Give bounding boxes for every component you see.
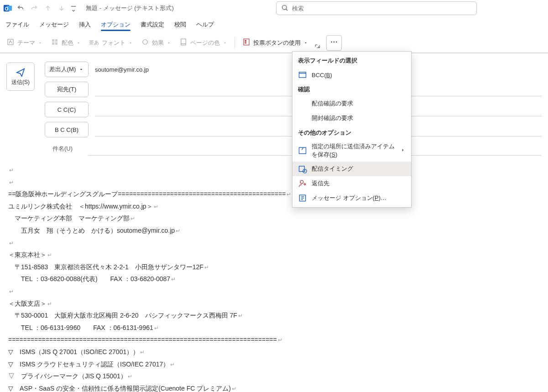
fonts-prefix: 亜あ [89,39,99,46]
more-options-button[interactable] [326,35,342,51]
next-item-button[interactable] [56,2,68,14]
title-bar: O 無題 - メッセージ (テキスト形式) [0,0,548,16]
body-line: ユミルリンク株式会社 ＜https://www.ymir.co.jp＞ [8,200,540,213]
page-color-label: ページの色 [190,39,220,47]
folder-icon [298,146,307,155]
body-line: 〒530-0001 大阪府大阪市北区梅田 2-6-20 パシフィックマークス西梅… [8,309,540,322]
chevron-down-icon [38,41,42,45]
send-button[interactable]: 送信(S) [6,63,35,91]
bcc-button[interactable]: B C C(B) [45,122,89,137]
cc-button[interactable]: C C(C) [45,102,89,117]
dd-read-label: 開封確認の要求 [312,114,406,122]
svg-rect-12 [245,40,246,41]
body-line: 〒151-8583 東京都渋谷区代々木 2-2-1 小田急サザンタワー12F [8,261,540,273]
calendar-clock-icon [298,164,307,173]
body-line: ＜大阪支店＞ [8,298,540,310]
dd-section-fields: 表示フィールドの選択 [292,53,411,68]
undo-button[interactable] [15,2,26,14]
dialog-launcher-icon[interactable] [314,44,321,50]
send-label: 送信(S) [11,78,30,86]
svg-text:O: O [5,6,9,11]
chevron-down-icon [76,41,81,45]
tab-help[interactable]: ヘルプ [193,19,218,31]
svg-rect-10 [181,39,186,45]
to-label: 宛先(T) [57,85,77,94]
body-line [8,237,540,249]
ribbon-tabs: ファイル メッセージ 挿入 オプション 書式設定 校閲 ヘルプ [0,16,548,33]
search-icon [281,4,288,13]
svg-rect-7 [52,42,54,45]
dd-delay-label: 配信タイミング [312,165,406,173]
body-line [8,285,540,298]
dd-msgopt-label: メッセージ オプション(P)… [312,194,406,202]
body-line: ▽ ISMS クラウドセキュリティ認証（ISO/IEC 27017） [8,358,540,371]
send-icon [16,68,26,78]
svg-rect-13 [245,42,246,43]
theme-button[interactable]: テーマ [3,36,46,50]
dd-item-message-options[interactable]: メッセージ オプション(P)… [292,191,411,205]
svg-point-15 [334,42,334,42]
body-line [8,176,540,188]
page-color-button[interactable]: ページの色 [176,36,231,50]
dd-section-confirm: 確認 [292,82,411,96]
svg-rect-5 [52,39,54,42]
tab-message[interactable]: メッセージ [36,19,73,31]
svg-point-3 [282,5,287,9]
to-button[interactable]: 宛先(T) [45,82,89,97]
svg-point-16 [336,42,337,42]
fonts-label: フォント [102,39,125,47]
vote-icon [242,38,251,47]
theme-label: テーマ [17,39,35,47]
dd-item-reply-to[interactable]: 返信先 [292,176,411,191]
from-button[interactable]: 差出人(M) [45,62,89,77]
voting-label: 投票ボタンの使用 [253,39,301,47]
dd-item-save-sent[interactable]: 指定の場所に送信済みアイテムを保存(S) [292,140,411,162]
search-box[interactable] [276,1,477,15]
dd-item-read-receipt[interactable]: 開封確認の要求 [292,111,411,125]
person-reply-icon [298,179,307,188]
dd-save-sent-label: 指定の場所に送信済みアイテムを保存(S) [312,142,396,159]
svg-point-14 [331,42,332,42]
tab-review[interactable]: 校閲 [171,19,190,31]
svg-point-9 [143,40,148,45]
dd-item-delivery-receipt[interactable]: 配信確認の要求 [292,96,411,111]
bcc-icon [298,70,307,79]
prev-item-button[interactable] [42,2,54,14]
colors-icon [51,38,59,47]
colors-button[interactable]: 配色 [47,36,84,50]
body-line: マーケティング本部 マーケティング部 [8,212,540,225]
dd-item-bcc[interactable]: BCC(B) [292,68,411,82]
body-line: 五月女 翔（そうとめ かける）soutome@ymir.co.jp [8,225,540,237]
colors-label: 配色 [62,39,73,47]
chevron-down-icon [78,67,84,72]
qat-customize-button[interactable] [69,2,78,14]
fonts-button[interactable]: 亜あ フォント [85,36,136,50]
chevron-down-icon [128,41,133,45]
ribbon: テーマ 配色 亜あ フォント 効果 ページの色 投票ボタンの使用 [0,33,548,53]
message-body[interactable]: ==阪急阪神ホールディングスグループ======================… [0,159,548,392]
tab-insert[interactable]: 挿入 [75,19,94,31]
tab-file[interactable]: ファイル [2,19,33,31]
outlook-icon: O [3,3,13,13]
svg-rect-8 [55,42,57,45]
page-color-icon [179,38,188,47]
cc-label: C C(C) [57,106,76,113]
chevron-down-icon [303,41,308,45]
from-label: 差出人(M) [49,65,76,73]
svg-rect-19 [299,166,305,172]
dd-section-other: その他のオプション [292,125,411,140]
separator [235,37,235,49]
body-line: ▽ プライバシーマーク（JIS Q 15001） [8,370,540,382]
subject-label: 件名(U) [45,145,80,153]
effects-button[interactable]: 効果 [137,36,175,50]
tab-options[interactable]: オプション [97,19,134,31]
voting-buttons[interactable]: 投票ボタンの使用 [239,36,312,50]
svg-rect-11 [244,39,249,45]
chevron-down-icon [167,41,171,45]
body-line: TEL ：03-6820-0088(代表) FAX ：03-6820-0087 [8,273,540,285]
search-input[interactable] [292,5,472,12]
svg-rect-17 [299,72,306,78]
tab-format[interactable]: 書式設定 [137,19,168,31]
dd-item-delay-delivery[interactable]: 配信タイミング [292,162,411,176]
redo-button[interactable] [28,2,40,14]
